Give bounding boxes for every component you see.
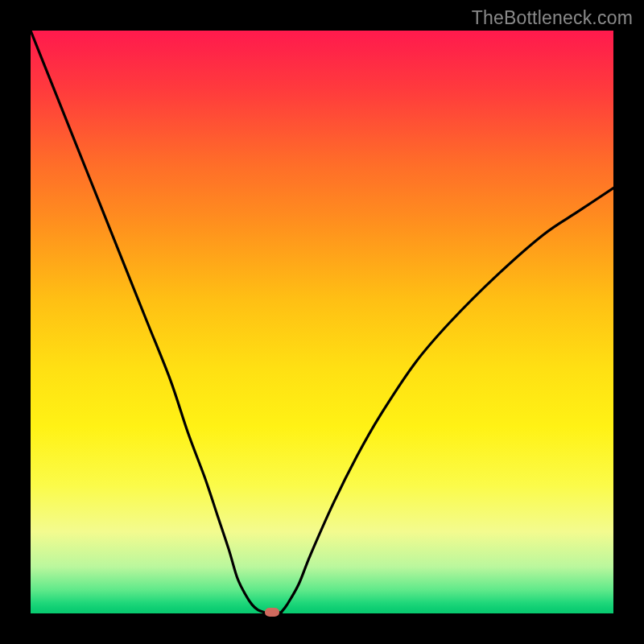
- curve-path: [31, 31, 613, 613]
- watermark-text: TheBottleneck.com: [472, 7, 633, 29]
- min-marker: [265, 608, 279, 617]
- outer-frame: TheBottleneck.com: [0, 0, 644, 644]
- bottleneck-curve: [31, 31, 613, 613]
- plot-area: [31, 31, 613, 613]
